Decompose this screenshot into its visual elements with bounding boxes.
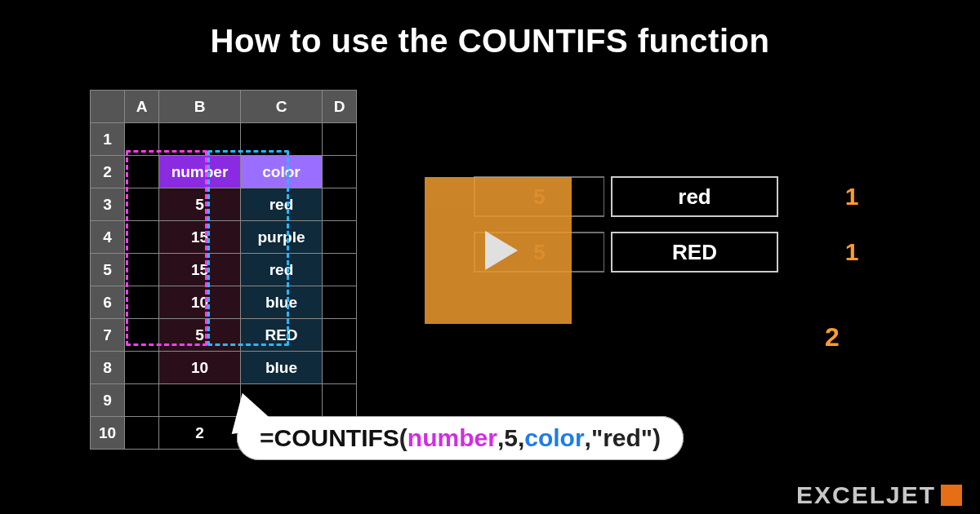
formula-callout: =COUNTIFS(number,5,color,"red") xyxy=(237,416,684,460)
cell-number: 10 xyxy=(159,286,241,319)
row-header: 6 xyxy=(91,286,125,319)
cell-color: purple xyxy=(241,221,323,254)
criteria-text: RED xyxy=(611,232,778,273)
play-button[interactable] xyxy=(425,177,572,324)
formula-arg-literal: 5 xyxy=(504,424,518,451)
col-header-b: B xyxy=(159,91,241,123)
cell-color: blue xyxy=(241,286,323,319)
row-header: 3 xyxy=(91,188,125,221)
spreadsheet-grid: A B C D 1 2numbercolor 35red 415purple 5… xyxy=(90,90,357,450)
col-header-c: C xyxy=(241,91,323,123)
cell-number: 10 xyxy=(159,352,241,384)
cell-number: 5 xyxy=(159,188,241,221)
formula-arg-color: color xyxy=(524,424,584,451)
row-header: 7 xyxy=(91,319,125,352)
result-cell: 2 xyxy=(159,417,241,450)
cell-number: 5 xyxy=(159,319,241,352)
criteria-result: 1 xyxy=(827,183,876,210)
formula-arg-literal: "red" xyxy=(591,424,653,451)
row-header: 10 xyxy=(91,417,125,450)
brand-text: EXCELJET xyxy=(796,481,936,509)
brand-logo: EXCELJET xyxy=(796,481,962,509)
svg-marker-0 xyxy=(485,231,518,270)
criteria-result: 1 xyxy=(827,238,876,266)
row-header: 8 xyxy=(91,352,125,384)
page-title: How to use the COUNTIFS function xyxy=(0,0,980,60)
formula-function: COUNTIFS xyxy=(274,424,399,451)
cell-number: 15 xyxy=(159,254,241,286)
cell-color: red xyxy=(241,188,323,221)
formula-paren: ) xyxy=(653,424,661,451)
grid-corner xyxy=(91,91,125,123)
header-number: number xyxy=(159,156,241,188)
row-header: 4 xyxy=(91,221,125,254)
criteria-total: 2 xyxy=(825,322,840,352)
header-color: color xyxy=(241,156,323,188)
cell-color: blue xyxy=(241,352,323,384)
cell-number: 15 xyxy=(159,221,241,254)
row-header: 9 xyxy=(91,384,125,417)
play-icon xyxy=(466,218,531,283)
formula-arg-number: number xyxy=(408,424,497,451)
row-header: 5 xyxy=(91,254,125,286)
brand-square-icon xyxy=(941,485,962,506)
col-header-d: D xyxy=(323,91,357,123)
cell-color: red xyxy=(241,254,323,286)
row-header: 1 xyxy=(91,123,125,156)
row-header: 2 xyxy=(91,156,125,188)
criteria-text: red xyxy=(611,176,778,217)
col-header-a: A xyxy=(125,91,159,123)
formula-paren: ( xyxy=(399,424,408,451)
cell-color: RED xyxy=(241,319,323,352)
